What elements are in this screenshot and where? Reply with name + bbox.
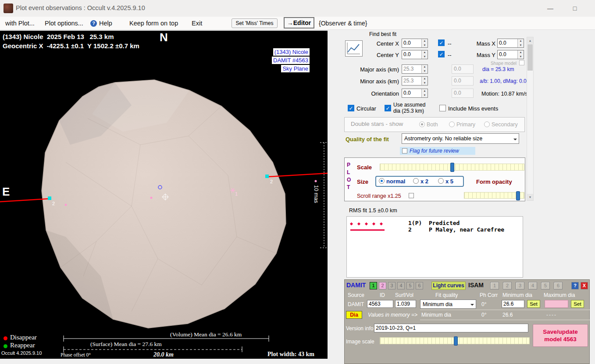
image-scale-slider[interactable] bbox=[380, 337, 530, 344]
flag-review-checkbox[interactable] bbox=[402, 148, 407, 153]
spin-down-icon[interactable] bbox=[422, 55, 428, 59]
damit-model-4-button[interactable]: 4 bbox=[397, 282, 405, 289]
spin-down-icon[interactable] bbox=[422, 69, 428, 74]
max-dia-field[interactable] bbox=[545, 300, 568, 308]
isam-5-button[interactable]: 5 bbox=[541, 282, 550, 289]
header-id: ID bbox=[380, 292, 385, 298]
mass-x-value: 0.0 bbox=[498, 39, 517, 47]
scroll-up-icon[interactable]: ▲ bbox=[527, 37, 533, 44]
spin-down-icon[interactable] bbox=[518, 55, 524, 59]
spin-down-icon[interactable] bbox=[518, 43, 524, 48]
damit-help-button[interactable]: ? bbox=[571, 282, 579, 289]
spin-up-icon[interactable] bbox=[422, 39, 428, 43]
quality-dropdown[interactable]: Astrometry only. No reliable size bbox=[402, 133, 519, 144]
spin-up-icon[interactable] bbox=[422, 65, 428, 69]
isam-2-button[interactable]: 2 bbox=[503, 282, 512, 289]
spin-down-icon[interactable] bbox=[422, 43, 428, 48]
damit-close-button[interactable]: X bbox=[581, 282, 588, 289]
observations-list[interactable]: 1(P) Predicted 2 P Maley, near Carefree bbox=[346, 216, 523, 278]
double-both-radio[interactable] bbox=[419, 121, 425, 127]
scrollbar-thumb[interactable] bbox=[527, 44, 533, 71]
spin-up-icon[interactable] bbox=[422, 50, 428, 55]
minor-axis-spinner[interactable]: 25.3 bbox=[402, 76, 428, 86]
model-id-field[interactable]: 4563 bbox=[367, 300, 393, 308]
isam-4-button[interactable]: 4 bbox=[528, 282, 537, 289]
fit-x-checkbox[interactable] bbox=[438, 39, 445, 46]
observer-time-label[interactable]: {Observer & time} bbox=[319, 17, 367, 30]
image-scale-slider-thumb[interactable] bbox=[454, 336, 458, 346]
damit-model-1-button[interactable]: 1 bbox=[370, 282, 377, 289]
light-curves-button[interactable]: Light curves bbox=[431, 282, 466, 290]
find-best-fit-button[interactable] bbox=[345, 40, 363, 57]
mass-x-spinner[interactable]: 0.0 bbox=[497, 39, 524, 48]
editor-button[interactable]: →Editor bbox=[284, 17, 314, 29]
observation-row[interactable]: 1(P) Predicted bbox=[408, 220, 460, 226]
dia-button[interactable]: Dia bbox=[346, 311, 362, 319]
header-source: Source bbox=[348, 292, 364, 298]
fit-y-checkbox[interactable] bbox=[438, 51, 445, 57]
menu-with-plot[interactable]: with Plot... bbox=[5, 17, 35, 30]
spin-up-icon[interactable] bbox=[518, 39, 524, 43]
min-dia-field[interactable]: 26.6 bbox=[502, 300, 524, 308]
shape-model-checkbox[interactable] bbox=[519, 60, 524, 65]
chord-2-right-marker[interactable] bbox=[265, 175, 269, 178]
save-update-model-button[interactable]: Save/update model 4563 bbox=[533, 324, 588, 347]
circular-label: Circular bbox=[356, 105, 376, 112]
form-opacity-slider[interactable] bbox=[464, 192, 524, 199]
orientation-spinner[interactable]: 0.0 bbox=[402, 89, 428, 98]
spin-up-icon[interactable] bbox=[422, 77, 428, 81]
vertical-scrollbar[interactable]: ▲ ▼ bbox=[527, 37, 534, 201]
circular-checkbox[interactable] bbox=[348, 105, 354, 111]
double-primary-radio[interactable] bbox=[449, 121, 455, 127]
size-x2-radio[interactable] bbox=[413, 178, 419, 184]
sky-plane-plot[interactable]: (1343) Nicole 2025 Feb 13 25.3 km Geocen… bbox=[0, 31, 328, 359]
spin-up-icon[interactable] bbox=[422, 89, 428, 93]
use-assumed-dia-checkbox[interactable] bbox=[385, 105, 391, 111]
include-miss-checkbox[interactable] bbox=[439, 105, 446, 111]
isam-6-button[interactable]: 6 bbox=[554, 282, 563, 289]
double-secondary-radio[interactable] bbox=[484, 121, 490, 127]
shape-model-label: Shape model bbox=[481, 61, 517, 66]
size-x5-radio[interactable] bbox=[438, 178, 444, 184]
maximize-button[interactable]: □ bbox=[565, 0, 585, 17]
size-normal-radio[interactable] bbox=[379, 178, 385, 184]
center-y-spinner[interactable]: 0.0 bbox=[402, 50, 428, 59]
major-axis-spinner[interactable]: 25.3 bbox=[402, 64, 428, 74]
memory-fit-quality: Minimum dia bbox=[421, 312, 451, 318]
spin-down-icon[interactable] bbox=[422, 81, 428, 86]
version-info-field[interactable]: 2019-10-23, Q=1 bbox=[374, 324, 528, 332]
menu-plot-options[interactable]: Plot options... bbox=[45, 17, 83, 30]
observation-row[interactable]: 2 P Maley, near Carefree bbox=[408, 226, 504, 233]
orientation-alt: 0.0 bbox=[452, 89, 474, 98]
scale-slider[interactable] bbox=[380, 164, 524, 171]
save-update-line1: Save/update bbox=[543, 328, 578, 335]
form-opacity-slider-thumb[interactable] bbox=[516, 191, 520, 200]
set-miss-times-button[interactable]: Set 'Miss' Times bbox=[232, 18, 278, 28]
spin-up-icon[interactable] bbox=[518, 50, 524, 55]
set-max-dia-button[interactable]: Set bbox=[571, 300, 584, 308]
damit-model-3-button[interactable]: 3 bbox=[388, 282, 395, 289]
damit-model-2-button[interactable]: 2 bbox=[379, 282, 386, 289]
spin-down-icon[interactable] bbox=[422, 93, 428, 98]
menu-help[interactable]: Help bbox=[99, 17, 112, 30]
include-miss-label: Include Miss events bbox=[448, 105, 498, 112]
fit-y-dash: -- bbox=[448, 52, 452, 58]
help-icon[interactable]: ? bbox=[90, 20, 97, 27]
chord-2-left-marker[interactable] bbox=[48, 196, 51, 200]
scroll-down-icon[interactable]: ▼ bbox=[527, 194, 533, 200]
scroll-range-checkbox[interactable] bbox=[409, 193, 414, 198]
isam-3-button[interactable]: 3 bbox=[516, 282, 524, 289]
damit-model-5-button[interactable]: 5 bbox=[406, 282, 414, 289]
mass-y-spinner[interactable]: 0.0 bbox=[497, 50, 524, 59]
scale-slider-thumb[interactable] bbox=[450, 163, 454, 172]
fit-quality-dropdown[interactable]: Minimum dia bbox=[420, 300, 476, 309]
menu-keep-on-top[interactable]: Keep form on top bbox=[129, 17, 178, 30]
set-min-dia-button[interactable]: Set bbox=[527, 300, 540, 308]
isam-1-button[interactable]: 1 bbox=[490, 282, 499, 289]
damit-model-6-button[interactable]: 6 bbox=[416, 282, 423, 289]
header-surfvol: Surf/Vol bbox=[395, 292, 413, 298]
size-x2-label: x 2 bbox=[420, 178, 428, 185]
center-x-spinner[interactable]: 0.0 bbox=[402, 39, 428, 48]
minimize-button[interactable]: — bbox=[540, 0, 560, 17]
menu-exit[interactable]: Exit bbox=[192, 17, 202, 30]
